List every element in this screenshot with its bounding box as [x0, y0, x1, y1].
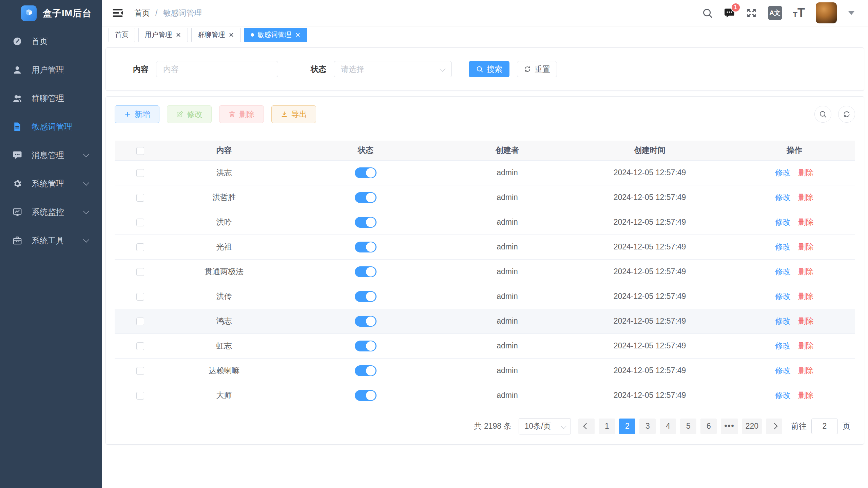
prev-page-button[interactable]: [578, 419, 595, 434]
page-size-select[interactable]: 10条/页: [519, 418, 571, 434]
row-edit-link[interactable]: 修改: [775, 267, 791, 276]
avatar[interactable]: [816, 2, 837, 23]
table-row: 光祖 admin 2024-12-05 12:57:49 修改删除: [115, 235, 855, 259]
row-delete-link[interactable]: 删除: [798, 218, 814, 226]
row-edit-link[interactable]: 修改: [775, 317, 791, 325]
row-edit-link[interactable]: 修改: [775, 218, 791, 226]
select-all-checkbox[interactable]: [136, 147, 144, 155]
cell-created-at: 2024-12-05 12:57:49: [566, 284, 734, 309]
page-button-220[interactable]: 220: [742, 419, 762, 434]
row-checkbox[interactable]: [136, 169, 144, 177]
row-edit-link[interactable]: 修改: [775, 341, 791, 350]
table-search-toggle-button[interactable]: [814, 106, 831, 123]
close-icon[interactable]: [175, 32, 181, 38]
avatar-caret-icon[interactable]: [848, 11, 854, 15]
breadcrumb-separator: /: [155, 8, 157, 18]
row-delete-link[interactable]: 删除: [798, 341, 814, 350]
status-toggle[interactable]: [355, 365, 377, 376]
row-checkbox[interactable]: [136, 392, 144, 400]
row-checkbox[interactable]: [136, 219, 144, 226]
status-toggle[interactable]: [355, 316, 377, 327]
status-toggle[interactable]: [355, 192, 377, 203]
sidebar-item-sensitive-words[interactable]: 敏感词管理: [0, 113, 102, 141]
cell-creator: admin: [449, 185, 566, 210]
tab-群聊管理[interactable]: 群聊管理: [191, 28, 241, 42]
status-filter-select[interactable]: 请选择: [334, 61, 452, 77]
row-checkbox[interactable]: [136, 243, 144, 251]
page-button-3[interactable]: 3: [639, 419, 656, 434]
row-edit-link[interactable]: 修改: [775, 366, 791, 375]
page-button-1[interactable]: 1: [599, 419, 615, 434]
row-edit-link[interactable]: 修改: [775, 168, 791, 177]
tab-首页[interactable]: 首页: [109, 28, 135, 42]
cell-creator: admin: [449, 210, 566, 235]
row-delete-link[interactable]: 删除: [798, 366, 814, 375]
sidebar-item-messages[interactable]: 消息管理: [0, 141, 102, 169]
row-edit-link[interactable]: 修改: [775, 292, 791, 301]
row-delete-link[interactable]: 删除: [798, 168, 814, 177]
status-toggle[interactable]: [355, 341, 377, 351]
row-edit-link[interactable]: 修改: [775, 193, 791, 202]
status-toggle[interactable]: [355, 217, 377, 228]
sidebar-item-label: 敏感词管理: [32, 121, 72, 132]
row-checkbox[interactable]: [136, 342, 144, 350]
close-icon[interactable]: [228, 32, 234, 38]
status-toggle[interactable]: [355, 291, 377, 302]
chat-icon: [12, 150, 22, 160]
page-button-6[interactable]: 6: [700, 419, 717, 434]
row-checkbox[interactable]: [136, 268, 144, 276]
pagination-ellipsis[interactable]: •••: [721, 419, 738, 434]
sidebar-item-groups[interactable]: 群聊管理: [0, 84, 102, 113]
sidebar-item-system-tools[interactable]: 系统工具: [0, 226, 102, 255]
tab-敏感词管理[interactable]: 敏感词管理: [244, 28, 307, 42]
row-edit-link[interactable]: 修改: [775, 391, 791, 400]
row-checkbox[interactable]: [136, 194, 144, 202]
font-size-icon[interactable]: TT: [793, 8, 805, 18]
status-toggle[interactable]: [355, 266, 377, 277]
row-delete-link[interactable]: 删除: [798, 267, 814, 276]
cell-content: 达赖喇嘛: [166, 358, 283, 383]
status-toggle[interactable]: [355, 167, 377, 178]
close-icon[interactable]: [295, 32, 301, 38]
status-toggle[interactable]: [355, 390, 377, 401]
row-checkbox[interactable]: [136, 367, 144, 375]
table-refresh-button[interactable]: [838, 106, 855, 123]
table-row: 大师 admin 2024-12-05 12:57:49 修改删除: [115, 383, 855, 408]
cell-creator: admin: [449, 160, 566, 185]
language-switch-icon[interactable]: A文: [768, 6, 782, 20]
row-delete-link[interactable]: 删除: [798, 317, 814, 325]
page-button-4[interactable]: 4: [660, 419, 676, 434]
search-button[interactable]: 搜索: [469, 61, 509, 77]
export-button[interactable]: 导出: [271, 105, 316, 123]
tab-用户管理[interactable]: 用户管理: [138, 28, 188, 42]
message-icon[interactable]: 1: [724, 7, 735, 19]
delete-button[interactable]: 删除: [219, 105, 264, 123]
sidebar-item-system-admin[interactable]: 系统管理: [0, 169, 102, 198]
users-icon: [12, 93, 22, 103]
row-checkbox[interactable]: [136, 318, 144, 325]
row-edit-link[interactable]: 修改: [775, 242, 791, 251]
next-page-button[interactable]: [766, 419, 782, 434]
reset-button[interactable]: 重置: [517, 61, 557, 77]
page-button-5[interactable]: 5: [680, 419, 696, 434]
sidebar-item-system-monitor[interactable]: 系统监控: [0, 198, 102, 226]
status-toggle[interactable]: [355, 242, 377, 252]
cell-content: 洪吟: [166, 210, 283, 235]
page-button-2[interactable]: 2: [619, 419, 635, 434]
sidebar-item-home[interactable]: 首页: [0, 27, 102, 56]
edit-button[interactable]: 修改: [167, 105, 212, 123]
search-icon[interactable]: [702, 7, 713, 19]
row-delete-link[interactable]: 删除: [798, 242, 814, 251]
column-header-creator: 创建者: [449, 141, 566, 160]
sidebar-item-users[interactable]: 用户管理: [0, 56, 102, 84]
row-delete-link[interactable]: 删除: [798, 193, 814, 202]
sidebar-collapse-icon[interactable]: [111, 6, 124, 19]
goto-page-input[interactable]: [811, 419, 838, 434]
breadcrumb-home[interactable]: 首页: [134, 8, 150, 18]
row-delete-link[interactable]: 删除: [798, 292, 814, 301]
content-filter-input[interactable]: [156, 61, 278, 77]
row-delete-link[interactable]: 删除: [798, 391, 814, 400]
fullscreen-icon[interactable]: [746, 7, 757, 19]
add-button[interactable]: 新增: [115, 105, 159, 123]
row-checkbox[interactable]: [136, 293, 144, 301]
